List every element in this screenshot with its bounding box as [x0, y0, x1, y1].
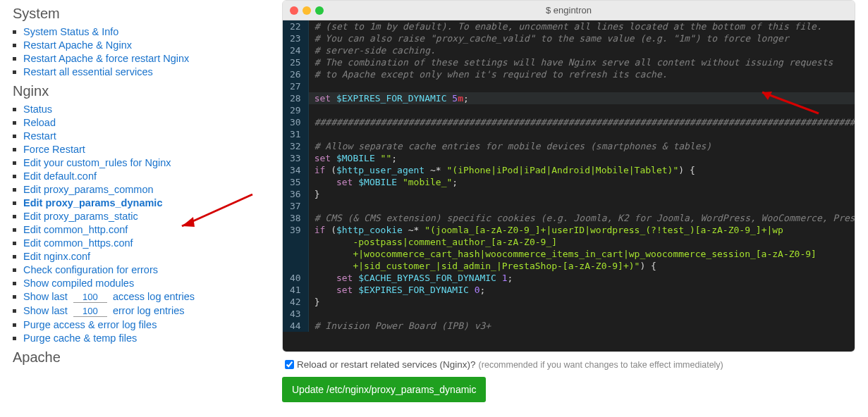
line-number: 40	[283, 272, 308, 284]
sidebar-item[interactable]: Restart Apache & force restart Nginx	[23, 53, 189, 64]
line-number: 36	[283, 188, 308, 200]
line-number: 42	[283, 296, 308, 308]
line-number: 29	[283, 104, 308, 116]
line-number: 30	[283, 116, 308, 128]
line-number: 28	[283, 92, 308, 104]
log-count-input[interactable]	[73, 292, 107, 303]
code-line[interactable]: set $EXPIRES_FOR_DYNAMIC 0;	[308, 284, 855, 296]
reload-option-row: Reload or restart related services (Ngin…	[282, 352, 855, 377]
line-number: 44	[283, 320, 308, 332]
sidebar-item[interactable]: Check configuration for errors	[23, 264, 158, 275]
close-icon[interactable]	[290, 6, 298, 15]
sidebar-item[interactable]: Edit default.conf	[23, 170, 97, 182]
code-line[interactable]: # CMS (& CMS extension) specific cookies…	[308, 212, 855, 224]
sidebar-item[interactable]: Status	[23, 104, 52, 115]
line-number: 22	[283, 20, 308, 32]
window-title: $ engintron	[324, 5, 814, 15]
sidebar-heading-system: System	[13, 6, 269, 22]
sidebar-item[interactable]: Reload	[23, 117, 56, 128]
line-number: 35	[283, 176, 308, 188]
line-number: 26	[283, 68, 308, 80]
code-line[interactable]: # The combination of these settings will…	[308, 56, 855, 68]
line-number: 38	[283, 212, 308, 224]
sidebar-item[interactable]: Edit common_https.conf	[23, 237, 133, 249]
code-editor[interactable]: 22# (set to 1m by default). To enable, u…	[283, 20, 855, 351]
sidebar-item[interactable]: Edit nginx.conf	[23, 251, 90, 262]
editor-window: $ engintron 22# (set to 1m by default). …	[282, 0, 855, 352]
code-line[interactable]: set $MOBILE "mobile_";	[308, 176, 855, 188]
sidebar-item[interactable]: Show last access log entries	[23, 291, 195, 303]
sidebar-item[interactable]: Show last error log entries	[23, 305, 184, 317]
sidebar-item[interactable]: Force Restart	[23, 144, 85, 155]
sidebar-item[interactable]: Purge cache & temp files	[23, 332, 137, 344]
code-line[interactable]: # Allow separate cache entries for mobil…	[308, 140, 855, 152]
sidebar-item[interactable]: Edit proxy_params_static	[23, 211, 138, 222]
sidebar-item[interactable]: Restart all essential services	[23, 66, 153, 77]
sidebar-heading-nginx: Nginx	[13, 83, 269, 99]
code-line[interactable]: # You can also raise "proxy_cache_valid"…	[308, 32, 855, 44]
update-button[interactable]: Update /etc/nginx/proxy_params_dynamic	[282, 377, 486, 402]
code-line[interactable]: # server-side caching.	[308, 44, 855, 56]
sidebar-item[interactable]: System Status & Info	[23, 26, 118, 37]
code-line[interactable]: set $EXPIRES_FOR_DYNAMIC 5m;	[308, 92, 855, 104]
minimize-icon[interactable]	[302, 6, 311, 15]
line-number: 32	[283, 140, 308, 152]
code-line[interactable]: set $CACHE_BYPASS_FOR_DYNAMIC 1;	[308, 272, 855, 284]
sidebar-item[interactable]: Edit common_http.conf	[23, 224, 128, 235]
sidebar-item[interactable]: Restart Apache & Nginx	[23, 39, 132, 51]
reload-hint: (recommended if you want changes to take…	[479, 360, 723, 370]
line-number: 37	[283, 200, 308, 212]
code-line[interactable]: # Invision Power Board (IPB) v3+	[308, 320, 855, 332]
code-line[interactable]	[308, 128, 855, 140]
sidebar-item[interactable]: Restart	[23, 130, 56, 142]
code-line[interactable]	[308, 80, 855, 92]
line-number: 34	[283, 164, 308, 176]
code-line[interactable]	[308, 200, 855, 212]
log-count-input[interactable]	[73, 306, 107, 317]
line-number: 43	[283, 308, 308, 320]
code-line[interactable]: }	[308, 188, 855, 200]
code-line[interactable]: if ($http_user_agent ~* "(iPhone|iPod|iP…	[308, 164, 855, 176]
code-line[interactable]	[308, 104, 855, 116]
code-line[interactable]: if ($http_cookie ~* "(joomla_[a-zA-Z0-9_…	[308, 224, 855, 272]
code-line[interactable]: }	[308, 296, 855, 308]
line-number: 41	[283, 284, 308, 296]
line-number: 23	[283, 32, 308, 44]
line-number: 27	[283, 80, 308, 92]
sidebar-item[interactable]: Edit proxy_params_common	[23, 184, 154, 195]
reload-label: Reload or restart related services (Ngin…	[297, 359, 476, 370]
line-number: 25	[283, 56, 308, 68]
maximize-icon[interactable]	[315, 6, 324, 15]
line-number: 24	[283, 44, 308, 56]
code-line[interactable]: # (set to 1m by default). To enable, unc…	[308, 20, 855, 32]
reload-checkbox[interactable]	[285, 360, 294, 369]
code-line[interactable]: # to Apache except only when it's requir…	[308, 68, 855, 80]
sidebar-item[interactable]: Edit proxy_params_dynamic	[23, 197, 162, 208]
sidebar-heading-apache: Apache	[13, 349, 269, 366]
code-line[interactable]: ########################################…	[308, 116, 855, 128]
line-number: 31	[283, 128, 308, 140]
line-number: 33	[283, 152, 308, 164]
code-line[interactable]	[308, 308, 855, 320]
sidebar-item[interactable]: Show compiled modules	[23, 278, 134, 289]
sidebar-item[interactable]: Edit your custom_rules for Nginx	[23, 157, 171, 168]
window-titlebar: $ engintron	[283, 1, 855, 20]
code-line[interactable]: set $MOBILE "";	[308, 152, 855, 164]
line-number: 39	[283, 224, 308, 272]
sidebar-item[interactable]: Purge access & error log files	[23, 319, 157, 330]
